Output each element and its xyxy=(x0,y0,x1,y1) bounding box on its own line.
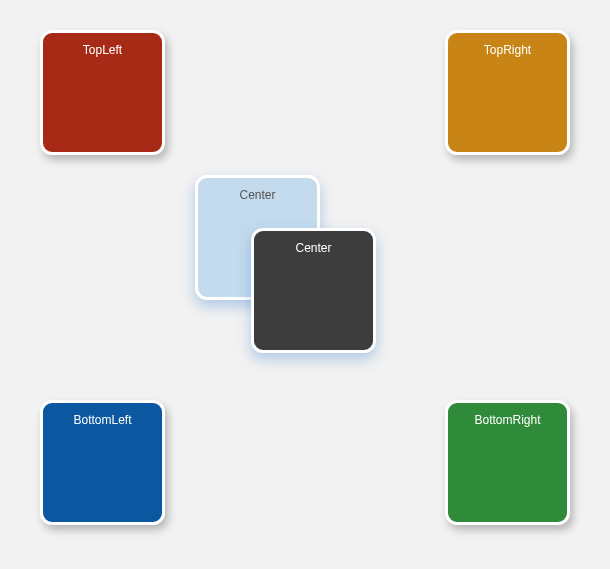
tile-top-right: TopRight xyxy=(445,30,570,155)
tile-top-left: TopLeft xyxy=(40,30,165,155)
tile-bottom-left: BottomLeft xyxy=(40,400,165,525)
tile-center-front: Center xyxy=(251,228,376,353)
tile-bottom-right: BottomRight xyxy=(445,400,570,525)
